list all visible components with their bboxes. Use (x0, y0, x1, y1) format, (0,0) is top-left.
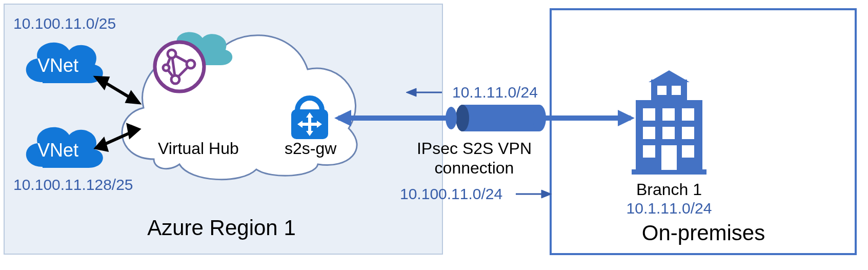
svg-point-6 (168, 50, 176, 58)
svg-rect-27 (462, 105, 539, 131)
vnet1-cidr: 10.100.11.0/25 (13, 15, 116, 32)
svg-rect-42 (662, 108, 675, 121)
vpn-label-2: connection (435, 159, 514, 177)
svg-point-7 (187, 60, 195, 68)
hub-globe-icon (155, 42, 204, 91)
svg-rect-48 (682, 145, 694, 158)
svg-rect-46 (682, 127, 694, 139)
vpn-label-1: IPsec S2S VPN (417, 139, 532, 158)
svg-rect-47 (643, 145, 655, 158)
svg-point-29 (456, 105, 469, 131)
vnet2-label: VNet (37, 140, 78, 161)
svg-point-9 (163, 65, 169, 71)
svg-rect-22 (301, 123, 318, 126)
svg-rect-39 (657, 86, 667, 95)
svg-point-28 (533, 105, 546, 131)
svg-rect-49 (661, 145, 677, 170)
svg-rect-43 (682, 108, 694, 121)
svg-point-30 (446, 107, 457, 129)
branch-building-icon (632, 70, 706, 175)
branch-label: Branch 1 (636, 180, 702, 199)
onprem-region-box (551, 9, 856, 254)
route-to-onprem (516, 190, 552, 198)
svg-rect-38 (632, 169, 706, 175)
svg-rect-41 (643, 108, 655, 121)
route-to-azure-text: 10.1.11.0/24 (452, 84, 538, 101)
svg-rect-45 (662, 127, 675, 139)
onprem-region-label: On-premises (642, 221, 765, 245)
branch-cidr: 10.1.11.0/24 (627, 200, 712, 217)
azure-region-label: Azure Region 1 (147, 216, 296, 240)
svg-point-8 (171, 75, 179, 84)
svg-rect-40 (672, 86, 681, 95)
svg-marker-25 (618, 110, 635, 126)
virtual-hub-label: Virtual Hub (158, 139, 239, 158)
vnet2-cidr: 10.100.11.128/25 (13, 176, 133, 193)
vnet1-label: VNet (37, 55, 78, 76)
svg-marker-37 (649, 70, 690, 82)
svg-rect-44 (643, 127, 655, 139)
gateway-label: s2s-gw (285, 139, 337, 158)
route-to-onprem-text: 10.100.11.0/24 (400, 185, 502, 202)
svg-rect-36 (651, 80, 687, 103)
